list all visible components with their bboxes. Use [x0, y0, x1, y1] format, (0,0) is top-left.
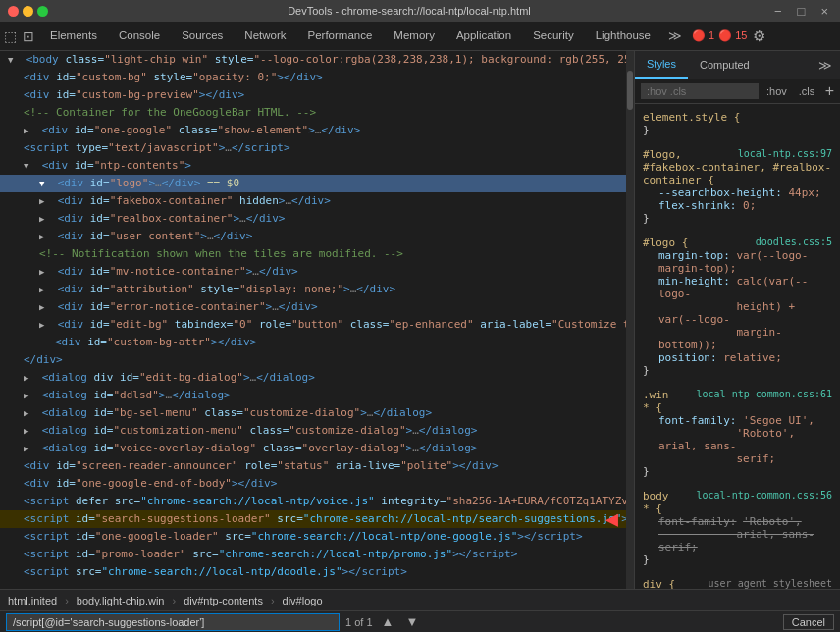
- code-line-6[interactable]: <script type="text/javascript">…</script…: [0, 139, 626, 157]
- expand-arrow[interactable]: ▼: [8, 52, 20, 68]
- expand-arrow[interactable]: ▼: [39, 176, 51, 191]
- style-block-element: element.style { }: [635, 108, 840, 139]
- breadcrumb-html[interactable]: html.inited: [8, 595, 57, 606]
- tab-security[interactable]: Security: [523, 22, 584, 51]
- code-line-17[interactable]: <div id="custom-bg-attr"></div>: [0, 334, 626, 351]
- code-line-14[interactable]: ▶ <div id="attribution" style="display: …: [0, 281, 626, 298]
- tab-overflow-button[interactable]: ≫: [662, 28, 688, 43]
- code-line-10[interactable]: ▶ <div id="realbox-container">…</div>: [0, 210, 626, 228]
- code-scrollbar[interactable]: [626, 51, 634, 589]
- code-line-5[interactable]: ▶ <div id="one-google" class="show-eleme…: [0, 122, 626, 139]
- style-block-win: .win local-ntp-common.css:61 * { font-fa…: [635, 386, 840, 481]
- style-prop-min-height: min-height: calc(var(--logo- height) + v…: [643, 275, 832, 351]
- breadcrumb-sep-1: ›: [65, 595, 69, 606]
- expand-arrow[interactable]: ▶: [24, 441, 35, 456]
- code-line-7[interactable]: ▼ <div id="ntp-contents">: [0, 157, 626, 175]
- expand-arrow[interactable]: ▶: [24, 123, 35, 138]
- add-style-button[interactable]: +: [825, 82, 834, 100]
- devtools-tab-bar: ⬚ ⊡ Elements Console Sources Network Per…: [0, 22, 840, 51]
- code-line-15[interactable]: ▶ <div id="error-notice-container">…</di…: [0, 298, 626, 316]
- code-line-20[interactable]: ▶ <dialog id="ddlsd">…</dialog>: [0, 387, 626, 404]
- code-line-1[interactable]: ▼ <body class="light-chip win" style="--…: [0, 51, 626, 69]
- expand-arrow[interactable]: ▶: [39, 264, 51, 280]
- code-line-24[interactable]: <div id="screen-reader-announcer" role="…: [0, 457, 626, 475]
- expand-arrow[interactable]: ▶: [24, 388, 35, 403]
- styles-tab-overflow[interactable]: ≫: [811, 51, 840, 79]
- settings-icon[interactable]: ⚙: [753, 27, 765, 45]
- tab-sources[interactable]: Sources: [172, 22, 233, 51]
- styles-content[interactable]: element.style { } #logo, local-ntp.css:9…: [635, 104, 840, 589]
- code-line-18[interactable]: </div>: [0, 351, 626, 369]
- expand-arrow[interactable]: ▶: [24, 405, 35, 421]
- tab-computed[interactable]: Computed: [688, 51, 761, 79]
- code-line-9[interactable]: ▶ <div id="fakebox-container" hidden>…</…: [0, 192, 626, 210]
- code-line-4[interactable]: <!-- Container for the OneGoogleBar HTML…: [0, 104, 626, 122]
- code-line-8[interactable]: ▼ <div id="logo">…</div> == $0: [0, 175, 626, 192]
- device-icon[interactable]: ⊡: [23, 28, 34, 44]
- close-traffic-light[interactable]: [8, 6, 19, 17]
- tab-elements[interactable]: Elements: [40, 22, 107, 51]
- styles-filter-bar: :hov .cls +: [635, 79, 840, 104]
- code-line-30[interactable]: <script src="chrome-search://local-ntp/d…: [0, 563, 626, 581]
- code-line-26[interactable]: <script defer src="chrome-search://local…: [0, 493, 626, 510]
- style-selector-win2: * {: [643, 401, 832, 414]
- code-line-27[interactable]: <script id="search-suggestions-loader" s…: [0, 510, 626, 528]
- maximize-traffic-light[interactable]: [37, 6, 48, 17]
- close-button[interactable]: ×: [816, 4, 832, 19]
- code-line-11[interactable]: ▶ <div id="user-content">…</div>: [0, 228, 626, 245]
- expand-arrow[interactable]: ▶: [24, 370, 35, 386]
- expand-arrow[interactable]: ▶: [24, 423, 35, 439]
- minimize-button[interactable]: −: [770, 4, 786, 19]
- minimize-traffic-light[interactable]: [23, 6, 33, 17]
- style-prop-searchbox-height: --searchbox-height: 44px;: [643, 186, 832, 199]
- code-panel: ▼ <body class="light-chip win" style="--…: [0, 51, 634, 589]
- maximize-button[interactable]: □: [794, 4, 810, 19]
- tab-console[interactable]: Console: [109, 22, 170, 51]
- code-line-29[interactable]: <script id="promo-loader" src="chrome-se…: [0, 546, 626, 563]
- breadcrumb-body[interactable]: body.light-chip.win: [77, 595, 165, 606]
- code-line-13[interactable]: ▶ <div id="mv-notice-container">…</div>: [0, 263, 626, 281]
- expand-arrow[interactable]: ▶: [39, 211, 51, 227]
- warning-icon: 🔴 1: [692, 29, 714, 42]
- tab-application[interactable]: Application: [446, 22, 521, 51]
- code-line-23[interactable]: ▶ <dialog id="voice-overlay-dialog" clas…: [0, 440, 626, 457]
- search-cancel-button[interactable]: Cancel: [783, 614, 834, 630]
- red-arrow-indicator: ◀: [605, 511, 618, 527]
- code-line-22[interactable]: ▶ <dialog id="customization-menu" class=…: [0, 422, 626, 440]
- expand-arrow[interactable]: ▼: [24, 158, 35, 174]
- breadcrumb-ntp-contents[interactable]: div#ntp-contents: [184, 595, 263, 606]
- tab-performance[interactable]: Performance: [298, 22, 383, 51]
- error-badge: 🔴 1 🔴 15: [692, 29, 747, 42]
- expand-arrow[interactable]: ▶: [39, 299, 51, 315]
- tab-lighthouse[interactable]: Lighthouse: [586, 22, 660, 51]
- code-line-21[interactable]: ▶ <dialog id="bg-sel-menu" class="custom…: [0, 404, 626, 422]
- scroll-thumb[interactable]: [627, 71, 633, 110]
- cls-button[interactable]: .cls: [795, 83, 819, 99]
- code-line-16[interactable]: ▶ <div id="edit-bg" tabindex="0" role="b…: [0, 316, 626, 334]
- breadcrumb-sep-2: ›: [173, 595, 177, 606]
- tab-styles[interactable]: Styles: [635, 51, 688, 79]
- search-input[interactable]: [6, 613, 340, 631]
- search-prev-button[interactable]: ▲: [379, 614, 397, 629]
- expand-arrow[interactable]: ▶: [39, 193, 51, 209]
- code-line-25[interactable]: <div id="one-google-end-of-body"></div>: [0, 475, 626, 493]
- inspect-icon[interactable]: ⬚: [4, 28, 17, 44]
- expand-arrow[interactable]: ▶: [39, 229, 51, 244]
- expand-arrow[interactable]: ▶: [39, 282, 51, 297]
- style-block-logo-doodles: #logo { doodles.css:5 margin-top: var(--…: [635, 234, 840, 380]
- expand-arrow[interactable]: ▶: [39, 317, 51, 333]
- code-line-28[interactable]: <script id="one-google-loader" src="chro…: [0, 528, 626, 546]
- tab-network[interactable]: Network: [235, 22, 295, 51]
- code-line-19[interactable]: ▶ <dialog div id="edit-bg-dialog">…</dia…: [0, 369, 626, 387]
- hov-button[interactable]: :hov: [762, 83, 791, 99]
- search-next-button[interactable]: ▼: [402, 614, 421, 629]
- tab-memory[interactable]: Memory: [384, 22, 445, 51]
- code-line-2[interactable]: <div id="custom-bg" style="opacity: 0;">…: [0, 69, 626, 86]
- code-line-3[interactable]: <div id="custom-bg-preview"></div>: [0, 86, 626, 104]
- code-line-12[interactable]: <!-- Notification shown when the tiles a…: [0, 245, 626, 263]
- code-lines-container[interactable]: ▼ <body class="light-chip win" style="--…: [0, 51, 626, 589]
- search-count: 1 of 1: [345, 616, 373, 628]
- styles-filter-input[interactable]: [641, 83, 759, 99]
- breadcrumb-logo[interactable]: div#logo: [283, 595, 323, 606]
- style-close: }: [643, 124, 832, 136]
